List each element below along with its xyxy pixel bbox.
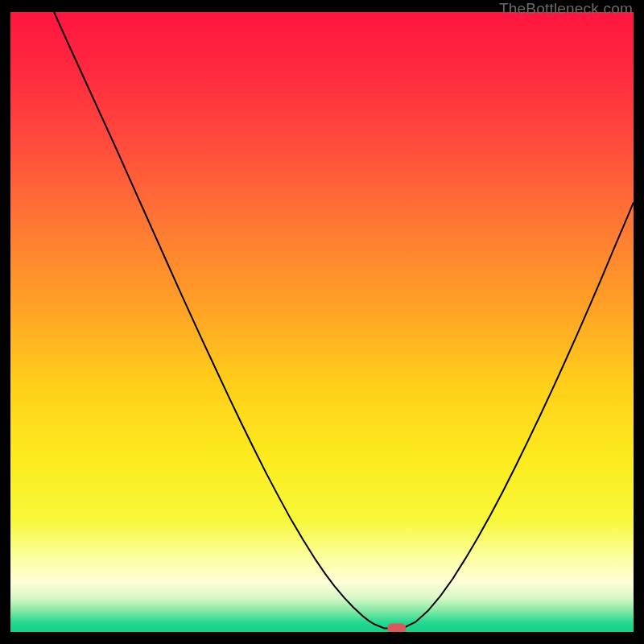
chart-svg: [10, 12, 634, 632]
optimum-marker: [388, 624, 406, 632]
plot-area: [10, 12, 634, 632]
chart-frame: TheBottleneck.com: [0, 0, 644, 644]
gradient-background: [10, 12, 634, 632]
watermark-text: TheBottleneck.com: [499, 0, 633, 18]
